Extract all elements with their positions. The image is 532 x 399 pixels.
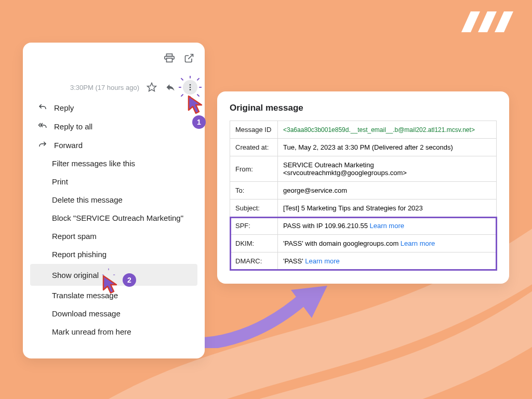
label-to: To: <box>230 182 278 200</box>
svg-line-12 <box>197 78 199 80</box>
original-message-title: Original message <box>230 103 497 113</box>
value-to: george@service.com <box>278 182 497 200</box>
print-icon[interactable] <box>163 52 176 64</box>
value-message-id: <3a6aa80c3b001e859d.__test_email__.b@mai… <box>283 126 475 134</box>
learn-more-link[interactable]: Learn more <box>401 240 435 247</box>
label-dmarc: DMARC: <box>230 252 278 270</box>
label-dkim: DKIM: <box>230 235 278 252</box>
reply-quick-icon[interactable] <box>164 81 177 94</box>
row-spf: SPF: PASS with IP 109.96.210.55 Learn mo… <box>230 217 497 235</box>
menu-reply-all[interactable]: Reply to all <box>30 117 197 135</box>
email-header-row: 3:30PM (17 hours ago) <box>70 80 197 95</box>
reply-icon <box>37 103 48 112</box>
row-created-at: Created at: Tue, May 2, 2023 at 3:30 PM … <box>230 139 497 156</box>
original-message-table: Message ID <3a6aa80c3b001e859d.__test_em… <box>230 121 497 270</box>
menu-forward[interactable]: Forward <box>30 136 197 154</box>
reply-all-icon <box>37 122 48 131</box>
svg-point-5 <box>190 87 191 88</box>
email-context-menu: Reply Reply to all Forward Filter messag… <box>30 99 197 340</box>
menu-forward-label: Forward <box>54 141 83 150</box>
label-message-id: Message ID <box>230 121 278 139</box>
menu-reply-label: Reply <box>54 103 74 112</box>
brand-logo <box>459 9 516 34</box>
learn-more-link[interactable]: Learn more <box>305 257 339 265</box>
svg-line-2 <box>188 55 193 59</box>
step-badge-2: 2 <box>123 273 136 287</box>
email-actions-panel: 3:30PM (17 hours ago) Reply <box>23 43 205 358</box>
star-icon[interactable] <box>145 81 158 94</box>
svg-point-4 <box>190 84 191 86</box>
svg-point-6 <box>190 89 191 90</box>
open-external-icon[interactable] <box>183 52 195 64</box>
row-subject: Subject: [Test] 5 Marketing Tips and Str… <box>230 200 497 217</box>
svg-marker-3 <box>148 83 156 91</box>
value-spf: PASS with IP 109.96.210.55 <box>283 222 369 230</box>
label-created-at: Created at: <box>230 139 278 156</box>
menu-block[interactable]: Block "SERVICE Outreach Marketing" <box>30 209 197 227</box>
svg-line-14 <box>197 95 199 96</box>
row-from: From: SERVICE Outreach Marketing <srvcou… <box>230 156 497 182</box>
label-from: From: <box>230 156 278 182</box>
value-created-at: Tue, May 2, 2023 at 3:30 PM (Delivered a… <box>278 139 497 156</box>
menu-print[interactable]: Print <box>30 173 197 190</box>
row-to: To: george@service.com <box>230 182 497 200</box>
step-badge-1: 1 <box>192 115 206 129</box>
row-dkim: DKIM: 'PASS' with domain googlegroups.co… <box>230 235 497 252</box>
auth-results-block: SPF: PASS with IP 109.96.210.55 Learn mo… <box>230 217 497 270</box>
sparkle-icon <box>102 268 115 282</box>
menu-reply-all-label: Reply to all <box>54 122 92 131</box>
timestamp: 3:30PM (17 hours ago) <box>70 84 139 91</box>
value-subject: [Test] 5 Marketing Tips and Strategies f… <box>278 200 497 217</box>
row-message-id: Message ID <3a6aa80c3b001e859d.__test_em… <box>230 121 497 139</box>
svg-rect-1 <box>167 58 172 62</box>
label-subject: Subject: <box>230 200 278 217</box>
menu-delete[interactable]: Delete this message <box>30 191 197 208</box>
value-from: SERVICE Outreach Marketing <srvcoutreach… <box>278 156 497 182</box>
menu-show-original[interactable]: Show original <box>30 264 197 286</box>
menu-filter[interactable]: Filter messages like this <box>30 155 197 172</box>
label-spf: SPF: <box>230 217 278 235</box>
learn-more-link[interactable]: Learn more <box>369 222 404 230</box>
value-dmarc: 'PASS' <box>283 257 305 265</box>
forward-icon <box>37 140 48 150</box>
menu-reply[interactable]: Reply <box>30 99 197 116</box>
menu-translate[interactable]: Translate message <box>30 287 197 304</box>
menu-report-phishing[interactable]: Report phishing <box>30 246 197 263</box>
original-message-panel: Original message Message ID <3a6aa80c3b0… <box>217 91 509 284</box>
menu-mark-unread[interactable]: Mark unread from here <box>30 323 197 340</box>
more-menu-button[interactable] <box>183 80 197 95</box>
row-dmarc: DMARC: 'PASS' Learn more <box>230 252 497 270</box>
email-toolbar <box>163 52 195 64</box>
svg-line-11 <box>181 78 183 80</box>
value-dkim: 'PASS' with domain googlegroups.com <box>283 240 401 247</box>
svg-line-13 <box>181 95 183 96</box>
menu-report-spam[interactable]: Report spam <box>30 228 197 245</box>
menu-download[interactable]: Download message <box>30 305 197 322</box>
